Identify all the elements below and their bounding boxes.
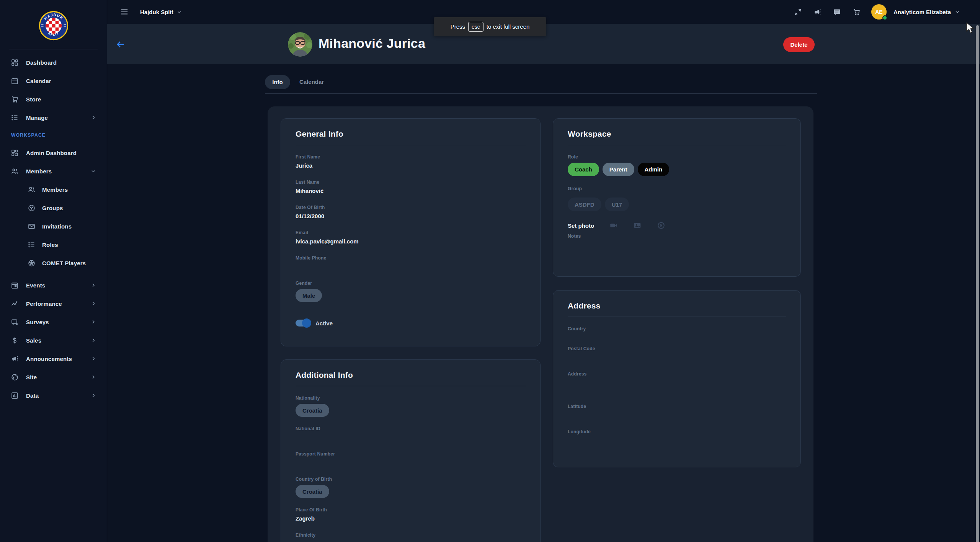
toggle-label: Active <box>315 320 333 327</box>
sidebar-item-events[interactable]: Events <box>0 276 107 294</box>
sidebar-item-members[interactable]: Members <box>0 162 107 180</box>
user-initials: AE <box>875 9 882 15</box>
vertical-scrollbar[interactable] <box>975 0 980 542</box>
tab-calendar[interactable]: Calendar <box>299 78 324 85</box>
field-passport-number[interactable]: Passport Number <box>296 451 526 477</box>
field-latitude[interactable]: Latitude <box>568 404 786 429</box>
toggle-knob <box>302 318 311 328</box>
sidebar-item-store[interactable]: Store <box>0 90 107 108</box>
field-country[interactable]: Country <box>568 326 786 346</box>
role-pill-coach[interactable]: Coach <box>568 163 599 176</box>
role-pill-parent[interactable]: Parent <box>603 163 634 176</box>
sidebar-item-label: Members <box>42 186 68 193</box>
fullscreen-icon[interactable] <box>794 8 802 16</box>
sidebar-item-manage[interactable]: Manage <box>0 108 107 127</box>
card-divider <box>568 145 786 145</box>
nationality-pill[interactable]: Croatia <box>296 404 329 417</box>
field-label: Gender <box>296 281 526 286</box>
gender-pill[interactable]: Male <box>296 289 322 302</box>
chevron-down-icon[interactable] <box>955 9 960 15</box>
group-pill[interactable]: ASDFD <box>568 198 601 211</box>
sidebar-item-site[interactable]: Site <box>0 368 107 386</box>
cart-icon[interactable] <box>853 8 861 16</box>
sidebar-item-label: Store <box>26 96 41 103</box>
card-title: General Info <box>296 129 526 139</box>
chevron-right-icon <box>91 282 96 288</box>
sidebar-item-calendar[interactable]: Calendar <box>0 72 107 90</box>
field-mobile-phone[interactable]: Mobile Phone <box>296 255 526 281</box>
announcements-icon[interactable] <box>813 8 822 16</box>
role-pill-admin[interactable]: Admin <box>638 163 670 176</box>
cart-icon <box>11 95 19 103</box>
chevron-right-icon <box>91 115 96 120</box>
field-address[interactable]: Address <box>568 371 786 404</box>
role-label: Role <box>568 154 786 160</box>
field-value: Mihanović <box>296 188 526 194</box>
delete-button[interactable]: Delete <box>783 37 815 52</box>
video-camera-icon[interactable] <box>609 221 618 230</box>
online-status-dot <box>882 15 887 20</box>
messages-icon[interactable] <box>833 8 841 16</box>
role-pills: Coach Parent Admin <box>568 163 786 176</box>
field-label: Address <box>568 371 786 377</box>
calendar-event-icon <box>11 281 19 289</box>
team-switcher[interactable]: Hajduk Split <box>140 9 182 15</box>
team-name: Hajduk Split <box>140 9 173 15</box>
sidebar-item-surveys[interactable]: Surveys <box>0 313 107 331</box>
group-pill[interactable]: U17 <box>605 198 629 211</box>
sidebar-subitem-members[interactable]: Members <box>0 180 107 199</box>
field-longitude[interactable]: Longitude <box>568 429 786 454</box>
field-label: Date Of Birth <box>296 205 526 210</box>
field-nationality: Nationality Croatia <box>296 395 526 426</box>
field-place-of-birth[interactable]: Place Of Birth Zagreb <box>296 507 526 532</box>
chevron-right-icon <box>91 356 96 361</box>
field-date-of-birth[interactable]: Date Of Birth 01/12/2000 <box>296 205 526 230</box>
field-last-name[interactable]: Last Name Mihanović <box>296 180 526 205</box>
field-label: Place Of Birth <box>296 507 526 513</box>
sidebar-subitem-invitations[interactable]: Invitations <box>0 217 107 235</box>
remove-photo-icon[interactable] <box>657 221 665 230</box>
members-icon <box>11 167 19 175</box>
active-toggle[interactable] <box>296 320 310 327</box>
field-label: Passport Number <box>296 451 526 457</box>
sidebar-item-dashboard[interactable]: Dashboard <box>0 53 107 72</box>
sidebar-item-data[interactable]: Data <box>0 386 107 405</box>
chevron-right-icon <box>91 301 96 306</box>
field-first-name[interactable]: First Name Jurica <box>296 154 526 180</box>
country-of-birth-pill[interactable]: Croatia <box>296 485 329 498</box>
hajduk-split-logo-icon: HAJDUK SPLIT <box>39 11 69 41</box>
sidebar-item-admin-dashboard[interactable]: Admin Dashboard <box>0 144 107 162</box>
sidebar-subitem-groups[interactable]: Groups <box>0 199 107 217</box>
field-postal-code[interactable]: Postal Code <box>568 346 786 371</box>
chevron-right-icon <box>91 393 96 398</box>
user-name[interactable]: Analyticom Elizabeta <box>893 9 951 15</box>
notes-label: Notes <box>568 233 786 239</box>
back-arrow-icon[interactable] <box>116 39 126 49</box>
field-gender: Gender Male <box>296 281 526 311</box>
sidebar-section-workspace: WORKSPACE <box>0 127 107 144</box>
sidebar-item-sales[interactable]: Sales <box>0 331 107 349</box>
field-label: Postal Code <box>568 346 786 351</box>
field-ethnicity[interactable]: Ethnicity <box>296 532 526 542</box>
hamburger-menu-icon[interactable] <box>120 8 129 16</box>
sidebar-item-performance[interactable]: Performance <box>0 294 107 313</box>
card-divider <box>296 145 526 145</box>
chevron-right-icon <box>91 319 96 325</box>
sidebar-item-announcements[interactable]: Announcements <box>0 349 107 368</box>
field-national-id[interactable]: National ID <box>296 426 526 451</box>
mail-icon <box>28 222 36 230</box>
field-value: Zagreb <box>296 515 526 522</box>
club-logo: HAJDUK SPLIT <box>0 0 107 41</box>
user-avatar[interactable]: AE <box>871 4 887 20</box>
sidebar-subitem-roles[interactable]: Roles <box>0 235 107 254</box>
image-icon[interactable] <box>633 221 642 230</box>
chevron-down-icon <box>91 168 96 174</box>
field-label: Country of Birth <box>296 477 526 482</box>
dollar-icon <box>11 336 19 344</box>
sidebar-subitem-comet-players[interactable]: COMET Players <box>0 254 107 272</box>
sidebar-item-label: Roles <box>42 242 58 248</box>
field-email[interactable]: Email ivica.pavic@gmail.com <box>296 230 526 255</box>
tab-info[interactable]: Info <box>265 75 290 89</box>
chevron-right-icon <box>91 338 96 343</box>
scrollbar-thumb[interactable] <box>976 25 979 542</box>
